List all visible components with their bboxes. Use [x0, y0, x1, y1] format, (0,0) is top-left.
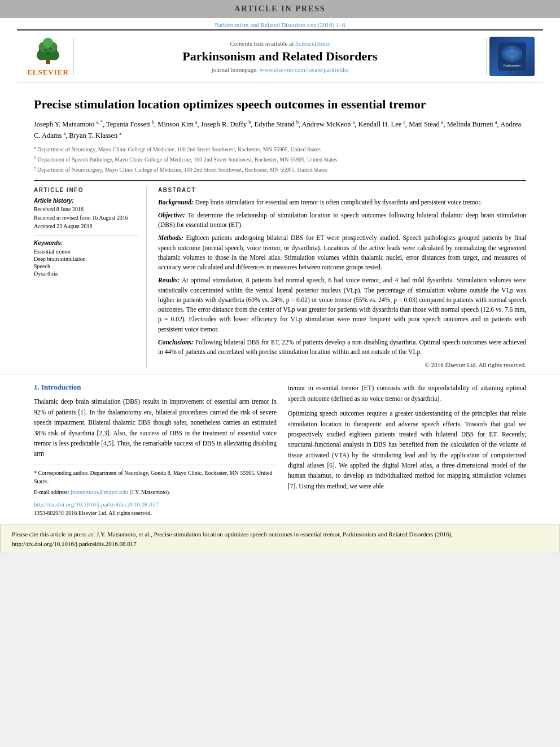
- affil-1: a Department of Neurology, Mayo Clinic C…: [34, 145, 526, 154]
- affil-2: b Department of Speech Pathology, Mayo C…: [34, 155, 526, 164]
- conclusions-text: Following bilateral DBS for ET, 22% of p…: [158, 339, 526, 355]
- intro-section-title: 1. Introduction: [34, 383, 277, 392]
- article-title: Precise stimulation location optimizes s…: [34, 97, 526, 113]
- affil-3: c Department of Neurosurgery, Mayo Clini…: [34, 165, 526, 174]
- abstract-background: Background: Deep brain stimulation for e…: [158, 198, 526, 207]
- abstract-results: Results: At optimal stimulation, 8 patie…: [158, 276, 526, 334]
- sciencedirect-line: Contents lists available at ScienceDirec…: [85, 40, 475, 47]
- body-right-col: tremor in essential tremor (ET) contrast…: [288, 383, 526, 519]
- svg-point-9: [47, 53, 49, 55]
- results-label: Results:: [158, 277, 180, 283]
- doi-section: http://dx.doi.org/10.1016/j.parkreldis.2…: [34, 500, 277, 509]
- citation-bar: Please cite this article in press as: J.…: [0, 525, 560, 553]
- journal-logo-icon: Parkinsonism: [498, 42, 526, 71]
- article-content: Precise stimulation location optimizes s…: [0, 82, 560, 374]
- corresponding-note: * Corresponding author. Department of Ne…: [34, 469, 277, 486]
- doi-link[interactable]: http://dx.doi.org/10.1016/j.parkreldis.2…: [34, 501, 159, 508]
- svg-point-8: [50, 47, 52, 50]
- homepage-link[interactable]: www.elsevier.com/locate/parkreldis: [260, 66, 349, 73]
- journal-reference: Parkinsonism and Related Disorders xxx (…: [0, 18, 560, 29]
- methods-text: Eighteen patients undergoing bilateral D…: [158, 234, 526, 270]
- citation-text: Please cite this article in press as: J.…: [12, 531, 453, 547]
- journal-homepage: journal homepage: www.elsevier.com/locat…: [85, 66, 475, 73]
- info-divider: [34, 235, 138, 235]
- abstract-methods: Methods: Eighteen patients undergoing bi…: [158, 233, 526, 272]
- abstract-column: ABSTRACT Background: Deep brain stimulat…: [158, 187, 526, 369]
- received-date: Received 8 June 2016: [34, 206, 84, 212]
- body-two-col: 1. Introduction Thalamic deep brain stim…: [34, 383, 526, 519]
- journal-header-center: Contents lists available at ScienceDirec…: [73, 38, 487, 75]
- intro-para-right: tremor in essential tremor (ET) contrast…: [288, 383, 526, 404]
- objective-text: To determine the relationship of stimula…: [158, 212, 526, 228]
- elsevier-logo: ELSEVIER: [23, 36, 73, 77]
- parkinsonism-journal-logo: Parkinsonism: [487, 35, 537, 77]
- article-info-header: ARTICLE INFO: [34, 187, 138, 193]
- elsevier-label: ELSEVIER: [27, 68, 69, 77]
- journal-title: Parkinsonism and Related Disorders: [85, 49, 475, 64]
- intro-para-1: Thalamic deep brain stimulation (DBS) re…: [34, 396, 277, 458]
- body-content: 1. Introduction Thalamic deep brain stim…: [0, 374, 560, 525]
- keyword-3: Speech: [34, 263, 138, 269]
- affiliations: a Department of Neurology, Mayo Clinic C…: [34, 145, 526, 174]
- background-text: Deep brain stimulation for essential arm…: [195, 199, 482, 206]
- revised-date: Received in revised form 16 August 2016: [34, 215, 128, 221]
- page-wrapper: ARTICLE IN PRESS Parkinsonism and Relate…: [0, 0, 560, 553]
- svg-point-6: [43, 38, 53, 48]
- journal-ref-text: Parkinsonism and Related Disorders xxx (…: [215, 21, 345, 28]
- objective-label: Objective:: [158, 212, 185, 219]
- journal-logo-box: Parkinsonism: [489, 37, 535, 76]
- email-note: E-mail address: jnatsumoto@mayo.edu (J.Y…: [34, 487, 277, 497]
- journal-header: ELSEVIER Contents lists available at Sci…: [17, 29, 543, 82]
- banner-text: ARTICLE IN PRESS: [234, 5, 325, 13]
- keyword-1: Essential tremor: [34, 248, 138, 255]
- authors-list: Joseph Y. Matsumoto a, *, Tepanta Fosset…: [34, 119, 526, 141]
- keyword-4: Dysarthria: [34, 270, 138, 277]
- abstract-conclusions: Conclusions: Following bilateral DBS for…: [158, 338, 526, 357]
- email-link[interactable]: jnatsumoto@mayo.edu: [71, 488, 128, 495]
- history-text: Received 8 June 2016 Received in revised…: [34, 205, 138, 230]
- footnote-section: * Corresponding author. Department of Ne…: [34, 465, 277, 518]
- sciencedirect-link[interactable]: ScienceDirect: [295, 40, 330, 47]
- svg-point-7: [45, 49, 47, 51]
- article-info-column: ARTICLE INFO Article history: Received 8…: [34, 187, 147, 369]
- copyright: © 2016 Elsevier Ltd. All rights reserved…: [158, 361, 526, 368]
- conclusions-label: Conclusions:: [158, 339, 194, 346]
- results-text: At optimal stimulation, 8 patients had n…: [158, 277, 526, 332]
- elsevier-tree-icon: [31, 36, 65, 67]
- background-label: Background:: [158, 199, 194, 206]
- keywords-label: Keywords:: [34, 240, 138, 246]
- issn-text: 1353-8020/© 2016 Elsevier Ltd. All right…: [34, 509, 277, 517]
- svg-text:Parkinsonism: Parkinsonism: [504, 64, 520, 67]
- accepted-date: Accepted 23 August 2016: [34, 223, 93, 229]
- methods-label: Methods:: [158, 234, 183, 241]
- history-label: Article history:: [34, 198, 138, 204]
- article-in-press-banner: ARTICLE IN PRESS: [0, 0, 560, 18]
- abstract-header: ABSTRACT: [158, 187, 526, 193]
- intro-para-right2: Optimizing speech outcomes requires a gr…: [288, 408, 526, 491]
- article-info-abstract: ARTICLE INFO Article history: Received 8…: [34, 180, 526, 369]
- body-left-col: 1. Introduction Thalamic deep brain stim…: [34, 383, 277, 519]
- keyword-2: Deep brain stimulation: [34, 256, 138, 262]
- abstract-objective: Objective: To determine the relationship…: [158, 211, 526, 230]
